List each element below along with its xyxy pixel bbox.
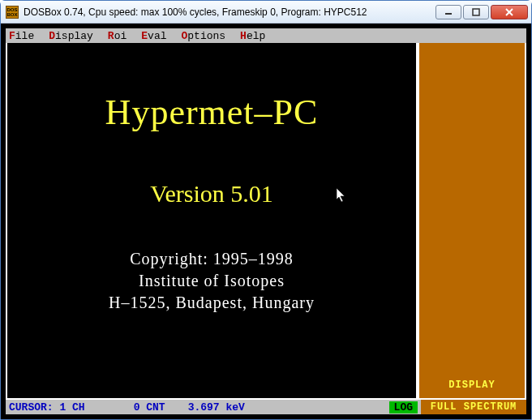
- maximize-button[interactable]: [463, 5, 489, 19]
- viewport: Hypermet–PC Version 5.01 Copyright: 1995…: [6, 43, 526, 400]
- app-window: DOSBOX DOSBox 0.74, Cpu speed: max 100% …: [0, 0, 532, 420]
- client-area: File Display Roi Eval Options Help Hyper…: [1, 24, 531, 419]
- close-button[interactable]: [491, 5, 528, 19]
- menu-display[interactable]: Display: [49, 30, 93, 42]
- copyright-line2: Institute of Isotopes: [109, 270, 315, 292]
- copyright-block: Copyright: 1995–1998 Institute of Isotop…: [109, 248, 315, 314]
- svg-rect-1: [473, 9, 479, 15]
- side-label: DISPLAY: [448, 378, 495, 393]
- window-controls: [434, 5, 528, 19]
- titlebar[interactable]: DOSBOX DOSBox 0.74, Cpu speed: max 100% …: [1, 1, 531, 24]
- mouse-cursor-icon: [337, 188, 346, 203]
- status-row: CURSOR: 1 CH 0 CNT 3.697 keV LOG FULL SP…: [6, 400, 526, 414]
- app-title: Hypermet–PC: [105, 92, 319, 133]
- dosbox-icon: DOSBOX: [6, 6, 19, 19]
- app-version-text: Version 5.01: [150, 180, 273, 207]
- maximize-icon: [472, 8, 480, 16]
- menubar: File Display Roi Eval Options Help: [6, 28, 526, 43]
- status-cursor: CURSOR: 1 CH: [9, 401, 85, 414]
- dos-frame: File Display Roi Eval Options Help Hyper…: [6, 28, 526, 414]
- minimize-button[interactable]: [435, 5, 461, 19]
- copyright-line1: Copyright: 1995–1998: [109, 248, 315, 270]
- status-count: 0 CNT: [134, 401, 165, 414]
- app-version: Version 5.01: [150, 180, 273, 208]
- menu-roi[interactable]: Roi: [108, 30, 127, 42]
- side-line2-area: FULL SPECTRUM: [421, 400, 526, 414]
- menu-file[interactable]: File: [9, 30, 34, 42]
- minimize-icon: [444, 8, 453, 16]
- statusbar: CURSOR: 1 CH 0 CNT 3.697 keV LOG: [6, 400, 421, 414]
- splash-pane: Hypermet–PC Version 5.01 Copyright: 1995…: [7, 43, 419, 398]
- side-pane: DISPLAY: [419, 43, 525, 398]
- side-line1: DISPLAY: [448, 378, 495, 393]
- copyright-line3: H–1525, Budapest, Hungary: [109, 292, 315, 314]
- menu-help[interactable]: Help: [240, 30, 265, 42]
- window-title: DOSBox 0.74, Cpu speed: max 100% cycles,…: [24, 6, 434, 18]
- menu-options[interactable]: Options: [181, 30, 225, 42]
- status-energy: 3.697 keV: [188, 401, 245, 414]
- menu-eval[interactable]: Eval: [141, 30, 166, 42]
- close-icon: [504, 8, 514, 16]
- status-log[interactable]: LOG: [389, 401, 418, 414]
- side-line2: FULL SPECTRUM: [431, 401, 517, 413]
